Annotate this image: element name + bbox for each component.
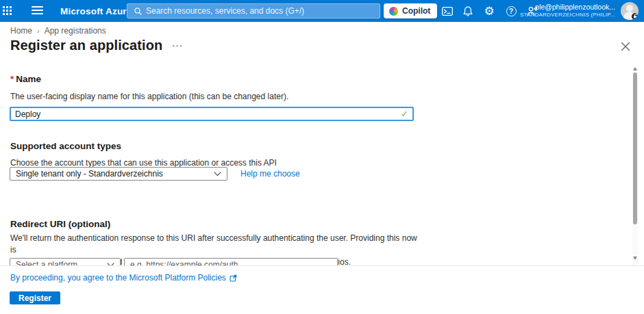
account-menu[interactable]: ple@philipplenzoutlook... STANDARDVERZEI… <box>520 3 615 18</box>
help-icon: ? <box>506 6 517 16</box>
vertical-scrollbar[interactable] <box>632 66 638 265</box>
redirect-uri-section-label: Redirect URI (optional) <box>10 219 110 229</box>
avatar-person-icon <box>626 5 633 12</box>
platform-select[interactable]: Select a platform <box>10 258 121 265</box>
bell-icon <box>463 6 473 16</box>
chevron-down-icon <box>214 172 221 176</box>
microsoft-azure-logo[interactable]: Microsoft Azure <box>60 0 132 22</box>
footer-divider <box>0 265 644 266</box>
cloud-shell-icon <box>442 7 453 16</box>
lock-badge-icon <box>632 13 639 20</box>
page-title: Register an application <box>10 38 162 53</box>
name-section-label: *Name <box>10 74 41 84</box>
copilot-icon <box>389 7 398 16</box>
search-icon <box>134 8 142 15</box>
azure-portal-window: Microsoft Azure Copilot <box>0 0 644 314</box>
close-icon[interactable] <box>621 42 630 51</box>
policy-text: By proceeding, you agree to the Microsof… <box>10 273 226 283</box>
platform-policies-link[interactable]: By proceeding, you agree to the Microsof… <box>10 273 237 283</box>
breadcrumb: Home › App registrations <box>10 26 106 36</box>
breadcrumb-home[interactable]: Home <box>10 26 32 36</box>
settings-button[interactable]: ⚙ <box>479 0 499 22</box>
gear-icon: ⚙ <box>484 5 494 17</box>
app-launcher-icon[interactable] <box>3 6 23 15</box>
copilot-label: Copilot <box>402 6 430 16</box>
platform-select-placeholder: Select a platform <box>16 260 107 265</box>
scrollbar-thumb[interactable] <box>633 73 637 224</box>
required-marker: * <box>10 74 14 84</box>
form-scroll-area: *Name The user-facing display name for t… <box>0 68 632 265</box>
valid-check-icon: ✓ <box>401 109 408 119</box>
breadcrumb-separator: › <box>37 27 40 35</box>
account-types-selected-value: Single tenant only - Standardverzeichnis <box>16 169 214 179</box>
global-search[interactable] <box>127 3 380 18</box>
search-input[interactable] <box>146 6 375 16</box>
scrollbar-down-arrow[interactable] <box>633 257 637 260</box>
account-directory: STANDARDVERZEICHNIS (PHILIP... <box>520 12 615 18</box>
external-link-icon <box>230 274 237 282</box>
name-input[interactable] <box>11 109 401 119</box>
top-navigation-bar: Microsoft Azure Copilot <box>0 0 644 22</box>
copilot-button[interactable]: Copilot <box>384 3 437 18</box>
scrollbar-up-arrow[interactable] <box>633 67 637 70</box>
account-email: ple@philipplenzoutlook... <box>520 3 615 12</box>
account-types-select[interactable]: Single tenant only - Standardverzeichnis <box>10 167 227 181</box>
avatar[interactable] <box>621 2 639 20</box>
more-options-icon[interactable]: ··· <box>172 40 183 51</box>
notifications-button[interactable] <box>458 0 478 22</box>
account-types-section-label: Supported account types <box>10 141 121 151</box>
hamburger-menu-icon[interactable] <box>32 6 49 16</box>
register-button[interactable]: Register <box>10 291 60 304</box>
help-button[interactable]: ? <box>501 0 521 22</box>
help-me-choose-link[interactable]: Help me choose <box>240 169 300 179</box>
name-section-description: The user-facing display name for this ap… <box>10 91 288 103</box>
name-input-container: ✓ <box>10 107 414 121</box>
redirect-uri-input[interactable] <box>124 258 338 265</box>
cloud-shell-button[interactable] <box>437 0 458 22</box>
breadcrumb-app-registrations[interactable]: App registrations <box>45 26 106 36</box>
title-bar: Register an application ··· <box>10 38 183 53</box>
